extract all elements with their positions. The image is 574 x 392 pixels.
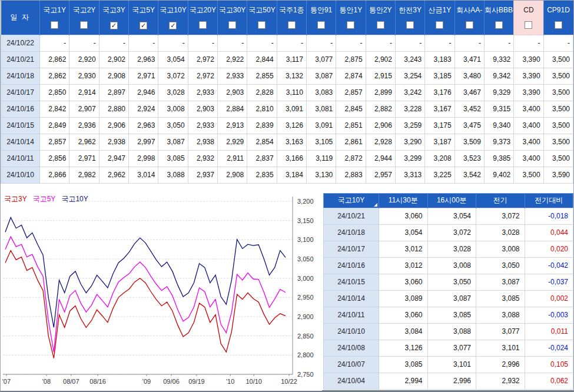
value-cell: 2,962 xyxy=(99,167,128,183)
value-cell: - xyxy=(306,35,336,51)
value-cell: 2,920 xyxy=(69,51,99,68)
value-cell: 3,060 xyxy=(379,208,428,224)
column-checkbox-CP91D[interactable] xyxy=(555,21,562,29)
column-header-국고5Y[interactable]: 국고5Y xyxy=(128,1,158,19)
column-header-통안1Y[interactable]: 통안1Y xyxy=(336,1,366,19)
value-cell: - xyxy=(128,35,158,51)
svg-text:'10: '10 xyxy=(226,378,234,385)
detail-header-2[interactable]: 16시00분 xyxy=(427,193,476,208)
value-cell: 3,500 xyxy=(543,101,573,117)
value-cell: 2,971 xyxy=(69,150,99,167)
column-header-국고1Y[interactable]: 국고1Y xyxy=(40,1,69,19)
value-cell: 3,176 xyxy=(425,84,454,101)
column-checkbox-국고5Y[interactable]: ✓ xyxy=(140,22,147,29)
value-cell: 3,259 xyxy=(395,117,424,134)
value-cell: 3,500 xyxy=(543,68,573,84)
column-checkbox-국고10Y[interactable]: ✓ xyxy=(169,22,177,29)
column-header-국고3Y[interactable]: 국고3Y xyxy=(99,1,128,19)
table-row: 24/10/212,8622,9202,9022,9633,0542,9722,… xyxy=(1,51,573,68)
column-checkbox-산금1Y[interactable] xyxy=(436,21,443,29)
value-cell: 3,500 xyxy=(514,167,543,183)
column-header-산금1Y[interactable]: 산금1Y xyxy=(425,1,454,19)
column-header-CP91D[interactable]: CP91D xyxy=(543,1,573,19)
column-checkbox-국고20Y[interactable] xyxy=(199,21,207,29)
column-checkbox-한전3Y[interactable] xyxy=(406,21,414,29)
date-cell: 24/10/10 xyxy=(324,323,379,340)
table-row: 24/10/143,0893,0873,0850,002 xyxy=(324,290,573,307)
column-checkbox-회사AA-[interactable] xyxy=(466,21,473,29)
column-header-국고20Y[interactable]: 국고20Y xyxy=(188,1,217,19)
value-cell: 9,340 xyxy=(484,117,513,134)
detail-header-0[interactable]: 국고10Y xyxy=(324,193,379,208)
column-header-국고30Y[interactable]: 국고30Y xyxy=(217,1,247,19)
column-checkbox-국고1Y[interactable] xyxy=(51,21,58,29)
date-column-header[interactable]: 일 자 xyxy=(1,1,40,35)
value-cell: 3,243 xyxy=(395,51,424,68)
column-header-국고10Y[interactable]: 국고10Y xyxy=(158,1,188,19)
value-cell: 3,085 xyxy=(379,356,428,373)
column-checkbox-CD[interactable] xyxy=(525,21,532,29)
column-checkbox-cell: ✓ xyxy=(128,19,158,35)
change-cell: -0,042 xyxy=(525,257,573,274)
value-cell: 2,908 xyxy=(99,68,128,84)
column-checkbox-통안91[interactable] xyxy=(317,21,325,29)
table-row: 24/10/173,0123,0283,0080,020 xyxy=(324,241,573,257)
value-cell: 2,915 xyxy=(366,68,395,84)
value-cell: 3,175 xyxy=(425,117,454,134)
column-header-국고50Y[interactable]: 국고50Y xyxy=(247,1,277,19)
column-header-회사BBB-[interactable]: 회사BBB- xyxy=(484,1,513,19)
date-cell: 24/10/04 xyxy=(324,373,379,389)
column-checkbox-통안2Y[interactable] xyxy=(377,21,384,29)
value-cell: 3,225 xyxy=(425,167,454,183)
column-header-통안91[interactable]: 통안91 xyxy=(306,1,336,19)
value-cell: 2,903 xyxy=(217,84,247,101)
value-cell: 2,957 xyxy=(366,167,395,183)
value-cell: 2,810 xyxy=(247,101,277,117)
detail-header-1[interactable]: 11시30분 xyxy=(379,193,428,208)
value-cell: 3,050 xyxy=(476,257,525,274)
table-row: 24/10/182,8622,9302,9082,9713,0722,9722,… xyxy=(1,68,573,84)
column-checkbox-cell xyxy=(188,19,217,35)
svg-text:09/19: 09/19 xyxy=(188,378,205,385)
value-cell: - xyxy=(69,35,99,51)
column-header-국주1종[interactable]: 국주1종 xyxy=(277,1,306,19)
detail-header-3[interactable]: 전기 xyxy=(476,193,525,208)
value-cell: 2,902 xyxy=(99,51,128,68)
column-header-CD[interactable]: CD xyxy=(514,1,543,19)
change-cell: 0,044 xyxy=(525,224,573,241)
value-cell: 3,072 xyxy=(427,224,476,241)
column-header-한전3Y[interactable]: 한전3Y xyxy=(395,1,424,19)
column-header-국고2Y[interactable]: 국고2Y xyxy=(69,1,99,19)
column-checkbox-국고50Y[interactable] xyxy=(258,21,266,29)
svg-text:10/10: 10/10 xyxy=(245,378,262,385)
table-row: 24/10/103,0843,0883,0770,011 xyxy=(324,323,573,340)
change-cell: 0,105 xyxy=(525,356,573,373)
svg-text:2,800: 2,800 xyxy=(297,351,314,358)
column-header-회사AA-[interactable]: 회사AA- xyxy=(454,1,484,19)
date-cell: 24/10/14 xyxy=(1,134,40,150)
table-row: 24/10/152,8492,9362,9062,9633,0502,9332,… xyxy=(1,117,573,134)
date-cell: 24/10/21 xyxy=(1,51,40,68)
value-cell: 2,872 xyxy=(336,150,366,167)
value-cell: 2,928 xyxy=(366,134,395,150)
value-cell: 2,849 xyxy=(40,117,69,134)
value-cell: 2,924 xyxy=(128,101,158,117)
value-cell: 2,936 xyxy=(69,117,99,134)
value-cell: - xyxy=(543,35,573,51)
value-cell: 2,906 xyxy=(366,117,395,134)
column-checkbox-국고30Y[interactable] xyxy=(228,21,236,29)
column-checkbox-회사BBB-[interactable] xyxy=(495,21,503,29)
chart-legend: 국고3Y국고5Y국고10Y xyxy=(4,194,88,204)
detail-header-4[interactable]: 전기대비 xyxy=(525,193,573,208)
value-cell: 3,054 xyxy=(427,208,476,224)
date-cell: 24/10/16 xyxy=(1,101,40,117)
column-checkbox-국주1종[interactable] xyxy=(288,21,296,29)
column-header-통안2Y[interactable]: 통안2Y xyxy=(366,1,395,19)
value-cell: 3,091 xyxy=(277,101,306,117)
column-checkbox-국고3Y[interactable]: ✓ xyxy=(110,22,118,29)
value-cell: 2,946 xyxy=(128,84,158,101)
value-cell: 2,902 xyxy=(366,51,395,68)
column-checkbox-통안1Y[interactable] xyxy=(347,21,354,29)
value-cell: 2,845 xyxy=(336,101,366,117)
column-checkbox-국고2Y[interactable] xyxy=(80,21,88,29)
